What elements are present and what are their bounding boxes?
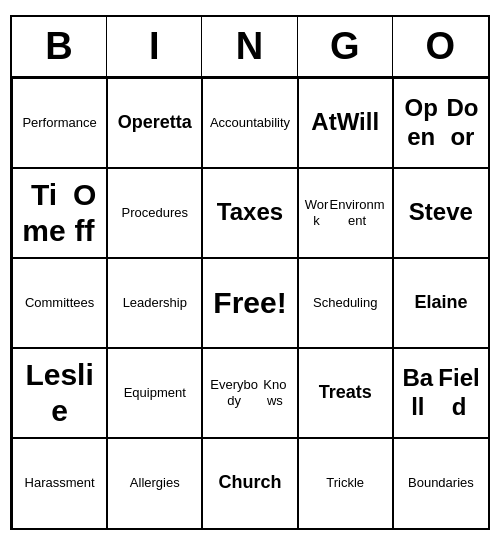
cell-r2-c4: Elaine (393, 258, 488, 348)
cell-r0-c4: OpenDoor (393, 78, 488, 168)
header-letter: I (107, 17, 202, 76)
cell-r0-c1: Operetta (107, 78, 202, 168)
cell-r4-c4: Boundaries (393, 438, 488, 528)
bingo-grid: PerformanceOperettaAccountabilityAtWillO… (12, 78, 488, 528)
cell-r4-c1: Allergies (107, 438, 202, 528)
cell-r2-c2: Free! (202, 258, 297, 348)
header-letter: N (202, 17, 297, 76)
cell-r4-c3: Trickle (298, 438, 393, 528)
cell-r3-c0: Leslie (12, 348, 107, 438)
bingo-header: BINGO (12, 17, 488, 78)
cell-r0-c3: AtWill (298, 78, 393, 168)
cell-r1-c2: Taxes (202, 168, 297, 258)
cell-r2-c3: Scheduling (298, 258, 393, 348)
cell-r3-c1: Equipment (107, 348, 202, 438)
cell-r1-c3: WorkEnvironment (298, 168, 393, 258)
cell-r0-c0: Performance (12, 78, 107, 168)
cell-r2-c1: Leadership (107, 258, 202, 348)
cell-r3-c4: BallField (393, 348, 488, 438)
cell-r1-c4: Steve (393, 168, 488, 258)
cell-r3-c2: EverybodyKnows (202, 348, 297, 438)
bingo-card: BINGO PerformanceOperettaAccountabilityA… (10, 15, 490, 530)
cell-r0-c2: Accountability (202, 78, 297, 168)
cell-r4-c2: Church (202, 438, 297, 528)
header-letter: B (12, 17, 107, 76)
cell-r3-c3: Treats (298, 348, 393, 438)
header-letter: G (298, 17, 393, 76)
cell-r1-c0: TimeOff (12, 168, 107, 258)
cell-r1-c1: Procedures (107, 168, 202, 258)
cell-r4-c0: Harassment (12, 438, 107, 528)
cell-r2-c0: Committees (12, 258, 107, 348)
header-letter: O (393, 17, 488, 76)
